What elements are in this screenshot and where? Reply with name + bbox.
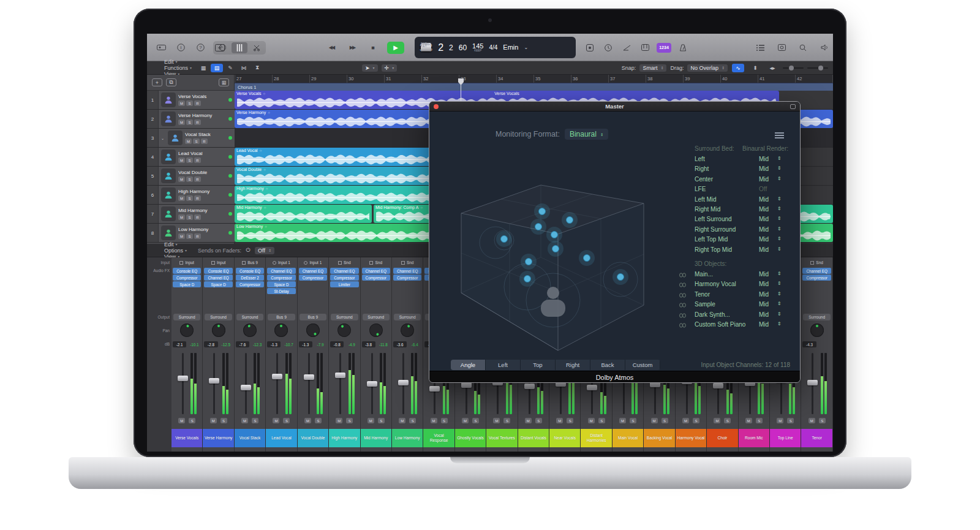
mute-button[interactable]: M [809,418,815,423]
solo-button[interactable]: S [283,418,290,423]
loop-browser-icon[interactable] [775,42,788,53]
input-monitor-dot[interactable] [228,212,232,216]
strip-name-label[interactable]: Distant Harmonies [581,429,611,447]
solo-button[interactable]: S [409,418,416,423]
track-list-view-icon[interactable]: ▤ [211,64,223,72]
stop-icon[interactable]: ■ [366,42,380,53]
fx-slot[interactable]: Channel EQ [330,268,358,274]
volume-value[interactable]: -3.6 [393,341,407,347]
solo-button[interactable]: S [189,418,195,423]
solo-button[interactable]: S [567,418,573,423]
mute-button[interactable]: M [493,418,500,423]
menu-item[interactable]: Options▾ [159,248,192,254]
apple-loops-icon[interactable] [818,42,831,53]
mute-button[interactable]: M [178,100,185,106]
stepper-icon[interactable]: ⇕ [777,281,782,286]
close-icon[interactable] [434,104,439,109]
mute-button[interactable]: M [588,418,595,423]
strip-name-label[interactable]: Lead Vocal [266,429,296,447]
input-monitor-dot[interactable] [228,174,232,178]
media-browser-icon[interactable] [796,42,810,53]
mute-button[interactable]: M [178,119,185,125]
strip-name-label[interactable]: High Harmony [329,429,360,447]
strip-name-label[interactable]: Vocal Textures [486,429,517,447]
object-render-value[interactable]: Mid [759,281,769,287]
bed-render-value[interactable]: Mid [759,216,769,222]
solo-button[interactable]: S [756,418,763,423]
solo-button[interactable]: S [693,418,699,423]
volume-value[interactable]: -7.6 [236,341,249,347]
track-header[interactable]: Verse Vocals M S R [159,91,235,109]
window-title-bar[interactable]: Master [429,102,800,112]
atmos-view-button[interactable]: Angle [451,360,486,370]
record-enable-button[interactable]: R [194,119,201,125]
track-zoom-presets-button[interactable]: ⊞ [219,78,229,86]
rewind-icon[interactable]: ◀◀ [325,42,338,53]
fader-handle[interactable] [713,383,723,388]
mute-button[interactable]: M [556,418,563,423]
fx-slot[interactable]: Compressor [362,274,390,281]
volume-value[interactable]: -2.8 [204,341,217,347]
solo-button[interactable]: S [819,418,826,423]
fader-handle[interactable] [367,381,377,387]
add-track-button[interactable]: + [152,78,162,86]
mute-button[interactable]: M [336,418,342,423]
mute-button[interactable]: M [368,418,374,423]
play-button[interactable]: ▶ [387,42,404,54]
input-monitor-dot[interactable] [228,155,232,159]
bed-render-value[interactable]: Off [759,186,767,192]
low-latency-icon[interactable] [620,42,633,53]
strip-name-label[interactable]: Vocal Response [423,429,454,447]
waveform-zoom-icon[interactable]: ∿ [732,64,744,72]
mute-button[interactable]: M [525,418,532,423]
output-slot[interactable]: Surround [331,314,358,320]
object-render-value[interactable]: Mid [759,311,769,318]
stepper-icon[interactable]: ⇕ [777,206,782,211]
fx-slot[interactable]: Channel EQ [204,274,232,281]
replace-mode-icon[interactable] [583,42,597,53]
solo-button[interactable]: S [787,418,794,423]
atmos-view-button[interactable]: Top [521,360,556,370]
strip-name-label[interactable]: Vocal Double [298,429,328,447]
horizontal-zoom-slider[interactable] [807,67,828,69]
channel-strip[interactable]: Snd Channel EQCompressor Surround -4.3 [801,257,832,452]
fader-handle[interactable] [398,380,409,385]
fx-slot[interactable]: Channel EQ [362,268,390,274]
flex-icon[interactable]: ⧗ [251,64,263,72]
duplicate-track-button[interactable]: ⧉ [166,78,176,86]
input-slot[interactable]: Snd [330,260,358,265]
bed-render-value[interactable]: Mid [759,196,769,203]
input-slot[interactable]: Snd [362,260,390,265]
fx-slot[interactable]: Compressor [802,274,831,281]
mute-button[interactable]: M [462,418,469,423]
fx-slot[interactable]: DeEsser 2 [236,274,264,281]
stepper-icon[interactable]: ⇕ [777,236,782,241]
solo-button[interactable]: S [186,119,193,125]
forward-icon[interactable]: ▶▶ [345,42,359,53]
vertical-zoom-slider[interactable] [783,67,804,69]
bar-ruler[interactable]: 2728293031323334353637383940414243 [235,75,833,83]
track-header[interactable]: Verse Harmony M S R [159,110,235,128]
volume-value[interactable]: -0.8 [330,341,344,347]
fader-handle[interactable] [429,386,440,392]
drag-select[interactable]: No Overlap⇕ [687,64,728,72]
pan-knob[interactable] [212,324,225,337]
sync-icon[interactable] [601,42,615,53]
bed-render-value[interactable]: Mid [759,165,769,172]
automation-icon[interactable]: ✎ [224,64,236,72]
input-slot[interactable]: Input 1 [299,260,327,265]
solo-button[interactable]: S [503,418,510,423]
stepper-icon[interactable]: ⇕ [777,156,782,161]
fader-handle[interactable] [461,382,472,388]
object-render-value[interactable]: Mid [759,291,769,298]
smart-controls-icon[interactable] [214,42,230,53]
record-enable-button[interactable]: R [194,195,201,201]
pan-knob[interactable] [399,322,416,339]
object-render-value[interactable]: Mid [759,271,769,278]
output-slot[interactable]: Surround [363,314,390,320]
lcd-chevron-icon[interactable]: ⌄ [524,45,528,50]
bed-render-value[interactable]: Mid [759,206,769,213]
input-slot[interactable]: Bus 9 [236,260,264,265]
grid-view-icon[interactable]: ▦ [197,64,209,72]
fx-slot[interactable]: Compressor [393,274,421,281]
